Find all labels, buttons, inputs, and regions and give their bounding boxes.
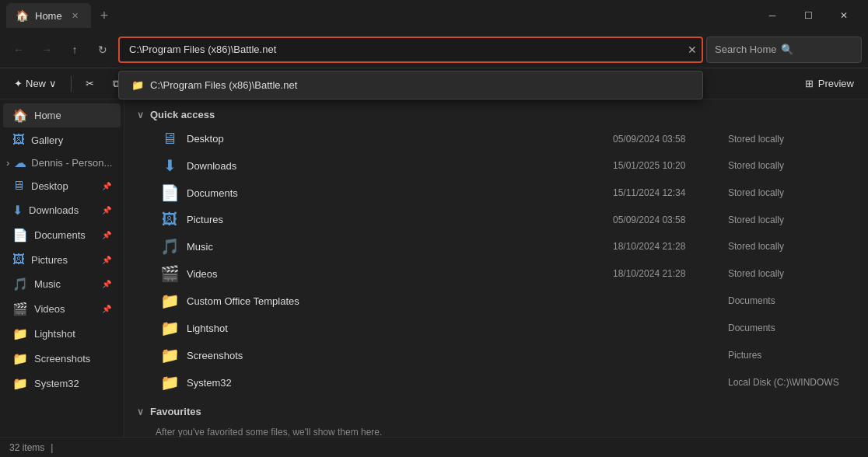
screenshots-sidebar-icon: 📁: [12, 351, 28, 366]
new-label: New: [26, 78, 46, 89]
new-tab-button[interactable]: +: [100, 8, 109, 24]
file-name: Music: [187, 241, 607, 253]
sidebar-item-system32[interactable]: 📁 System32: [3, 372, 121, 396]
minimize-button[interactable]: ─: [754, 3, 790, 28]
sidebar-item-screenshots[interactable]: 📁 Screenshots: [3, 347, 121, 371]
table-row[interactable]: 🖼 Pictures 05/09/2024 03:58 Stored local…: [128, 207, 865, 232]
close-button[interactable]: ✕: [826, 3, 862, 28]
sidebar-item-cloud[interactable]: › ☁ Dennis - Person...: [0, 152, 124, 173]
file-status: Local Disk (C:)\WINDOWS: [728, 377, 852, 388]
sidebar-item-videos[interactable]: 🎬 Videos 📌: [3, 297, 121, 321]
file-icon: 🖥: [159, 130, 180, 148]
favourites-chevron: ∨: [137, 406, 144, 417]
sidebar-item-pictures[interactable]: 🖼 Pictures 📌: [3, 248, 121, 271]
sidebar-item-desktop[interactable]: 🖥 Desktop 📌: [3, 174, 121, 197]
search-placeholder: Search Home: [715, 44, 776, 55]
file-name: Documents: [187, 187, 607, 199]
address-input[interactable]: [118, 37, 703, 63]
new-chevron: ∨: [49, 78, 57, 89]
documents-pin-icon: 📌: [102, 231, 111, 239]
sidebar-videos-label: Videos: [34, 303, 65, 315]
table-row[interactable]: 📁 Lightshot Documents: [128, 315, 865, 341]
address-input-wrapper: ✕ 📁 C:\Program Files (x86)\Battle.net: [118, 37, 703, 63]
documents-sidebar-icon: 📄: [12, 228, 28, 242]
sidebar-system32-label: System32: [34, 378, 79, 389]
preview-button[interactable]: ⊞ Preview: [797, 74, 862, 93]
dropdown-icon: 📁: [131, 79, 144, 91]
table-row[interactable]: 🖥 Desktop 05/09/2024 03:58 Stored locall…: [128, 126, 865, 152]
file-name: Downloads: [187, 160, 607, 172]
pictures-pin-icon: 📌: [102, 256, 111, 264]
file-name: System32: [187, 377, 607, 389]
table-row[interactable]: ⬇ Downloads 15/01/2025 10:20 Stored loca…: [128, 152, 865, 179]
sidebar-cloud-label: Dennis - Person...: [31, 157, 112, 169]
address-clear-button[interactable]: ✕: [688, 44, 697, 56]
sidebar-item-lightshot[interactable]: 📁 Lightshot: [3, 322, 121, 346]
sidebar-item-gallery[interactable]: 🖼 Gallery: [3, 128, 121, 152]
file-name: Videos: [187, 268, 607, 280]
forward-button[interactable]: →: [34, 37, 59, 62]
new-button[interactable]: ✦ New ∨: [6, 74, 65, 93]
file-date: 05/09/2024 03:58: [613, 215, 722, 225]
home-tab-close[interactable]: ✕: [68, 9, 82, 23]
up-button[interactable]: ↑: [62, 37, 87, 62]
file-status: Stored locally: [728, 241, 852, 252]
toolbar-separator: [71, 76, 72, 92]
address-bar-row: ← → ↑ ↻ ✕ 📁 C:\Program Files (x86)\Battl…: [0, 31, 868, 68]
file-status: Stored locally: [728, 215, 852, 225]
back-button[interactable]: ←: [6, 37, 31, 62]
cut-button[interactable]: ✂: [78, 74, 102, 93]
file-icon: 📁: [159, 291, 180, 310]
main-layout: 🏠 Home 🖼 Gallery › ☁ Dennis - Person... …: [0, 99, 868, 437]
address-dropdown[interactable]: 📁 C:\Program Files (x86)\Battle.net: [118, 71, 703, 99]
file-status: Stored locally: [728, 160, 852, 171]
title-bar: 🏠 Home ✕ + ─ ☐ ✕: [0, 0, 868, 31]
music-pin-icon: 📌: [102, 280, 111, 288]
sidebar-downloads-label: Downloads: [29, 204, 79, 216]
sidebar-desktop-label: Desktop: [31, 180, 68, 192]
file-date: 05/09/2024 03:58: [613, 134, 722, 145]
gallery-sidebar-icon: 🖼: [12, 133, 25, 147]
table-row[interactable]: 📁 Custom Office Templates Documents: [128, 288, 865, 314]
file-date: 15/11/2024 12:34: [613, 187, 722, 198]
sidebar-item-downloads[interactable]: ⬇ Downloads 📌: [3, 198, 121, 222]
lightshot-sidebar-icon: 📁: [12, 326, 28, 341]
music-sidebar-icon: 🎵: [12, 277, 28, 291]
file-icon: 🎵: [159, 237, 180, 256]
preview-icon: ⊞: [805, 78, 814, 89]
system32-sidebar-icon: 📁: [12, 376, 28, 391]
sidebar-item-documents[interactable]: 📄 Documents 📌: [3, 223, 121, 247]
file-content: ∨ Quick access 🖥 Desktop 05/09/2024 03:5…: [124, 99, 868, 437]
home-tab[interactable]: 🏠 Home ✕: [6, 3, 91, 28]
favourites-header[interactable]: ∨ Favourites: [124, 396, 868, 422]
cloud-sidebar-icon: ☁: [14, 155, 26, 170]
sidebar-music-label: Music: [34, 278, 61, 290]
search-icon: 🔍: [781, 44, 793, 55]
file-icon: 🎬: [159, 264, 180, 283]
cloud-chevron: ›: [6, 157, 9, 169]
file-icon: 📁: [159, 373, 180, 392]
table-row[interactable]: 📁 Screenshots Pictures: [128, 342, 865, 368]
table-row[interactable]: 📄 Documents 15/11/2024 12:34 Stored loca…: [128, 180, 865, 206]
file-date: 18/10/2024 21:28: [613, 241, 722, 252]
refresh-button[interactable]: ↻: [90, 37, 115, 62]
home-tab-title: Home: [35, 10, 62, 22]
home-sidebar-icon: 🏠: [12, 108, 28, 123]
cut-icon: ✂: [86, 78, 94, 89]
sidebar-item-home[interactable]: 🏠 Home: [3, 103, 121, 127]
restore-button[interactable]: ☐: [790, 3, 826, 28]
downloads-sidebar-icon: ⬇: [12, 203, 23, 218]
dropdown-item-text: C:\Program Files (x86)\Battle.net: [150, 79, 297, 91]
quick-access-header[interactable]: ∨ Quick access: [124, 99, 868, 125]
dropdown-item[interactable]: 📁 C:\Program Files (x86)\Battle.net: [119, 72, 702, 99]
sidebar-item-music[interactable]: 🎵 Music 📌: [3, 272, 121, 296]
table-row[interactable]: 📁 System32 Local Disk (C:)\WINDOWS: [128, 369, 865, 396]
new-icon: ✦: [14, 78, 23, 89]
search-box[interactable]: Search Home 🔍: [706, 37, 862, 63]
file-status: Stored locally: [728, 187, 852, 198]
table-row[interactable]: 🎬 Videos 18/10/2024 21:28 Stored locally: [128, 260, 865, 287]
table-row[interactable]: 🎵 Music 18/10/2024 21:28 Stored locally: [128, 233, 865, 260]
file-icon: 📁: [159, 319, 180, 337]
videos-pin-icon: 📌: [102, 305, 111, 313]
preview-label: Preview: [818, 78, 854, 89]
